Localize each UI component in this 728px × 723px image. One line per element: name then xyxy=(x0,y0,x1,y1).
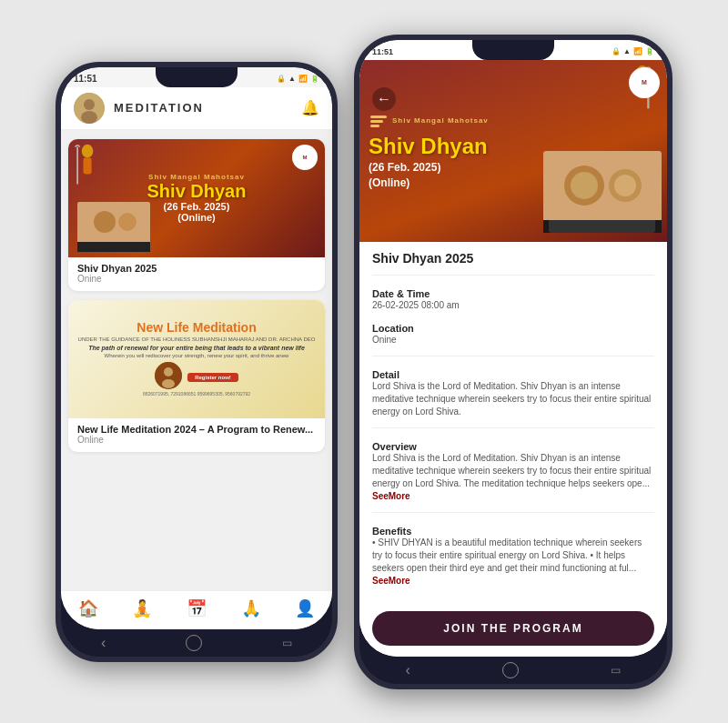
section-date-time: Date & Time 26-02-2025 08:00 am xyxy=(372,285,654,312)
svg-rect-4 xyxy=(84,157,92,174)
section-detail: Detail Lord Shiva is the Lord of Meditat… xyxy=(372,366,654,418)
svg-point-20 xyxy=(571,172,598,199)
right-home-btn[interactable] xyxy=(502,662,519,678)
right-laptop-screen xyxy=(543,151,662,221)
right-content: Shiv Dhyan 2025 Date & Time 26-02-2025 0… xyxy=(359,242,667,604)
nlm-event-name: New Life Meditation 2024 – A Program to … xyxy=(77,424,316,435)
join-program-button[interactable]: JOIN THE PROGRAM xyxy=(372,611,654,646)
avatar xyxy=(74,93,105,124)
left-status-icons: 🔒 ▲ 📶 🔋 xyxy=(277,75,319,83)
banner-subtitle: Shiv Mangal Mahotsav xyxy=(76,173,318,181)
app-title: MEDITATION xyxy=(114,101,301,115)
section-location: Location Onine xyxy=(372,319,654,346)
benefits-see-more[interactable]: SeeMore xyxy=(372,576,410,586)
date-time-label: Date & Time xyxy=(372,288,654,299)
divider-2 xyxy=(372,356,654,356)
right-banner-title: Shiv Dhyan xyxy=(369,135,520,158)
left-recent-btn[interactable]: ▭ xyxy=(282,637,292,649)
event-location: Onine xyxy=(77,274,316,284)
left-home-btn[interactable] xyxy=(186,635,202,651)
banner-logo: M xyxy=(292,145,318,170)
nav-meditation[interactable]: 🧘 xyxy=(132,598,152,618)
overview-label: Overview xyxy=(372,441,654,452)
right-banner-subtitle: Shiv Mangal Mahotsav xyxy=(392,116,489,125)
svg-point-22 xyxy=(614,175,636,196)
svg-point-2 xyxy=(81,111,97,124)
nlm-title: New Life Meditation xyxy=(136,321,256,335)
right-banner-mode: (Online) xyxy=(369,176,520,189)
detail-label: Detail xyxy=(372,369,654,380)
overview-text: Lord Shiva is the Lord of Meditation. Sh… xyxy=(372,452,654,503)
left-phone: 11:51 🔒 ▲ 📶 🔋 MEDITATION 🔔 xyxy=(56,62,338,662)
divider-1 xyxy=(372,275,654,276)
banner-text-content: Shiv Mangal Mahotsav Shiv Dhyan (26 Feb.… xyxy=(68,173,325,223)
divider-3 xyxy=(372,427,654,428)
join-btn-container: JOIN THE PROGRAM xyxy=(359,604,667,657)
nlm-event-location: Online xyxy=(77,435,316,445)
nav-home[interactable]: 🏠 xyxy=(78,598,98,618)
benefits-text: • SHIV DHYAN is a beautiful meditation t… xyxy=(372,537,654,587)
event-info-nlm: New Life Meditation 2024 – A Program to … xyxy=(68,418,325,452)
right-banner: ← Shiv Mangal Mahotsav Shiv Dhyan (26 Fe… xyxy=(359,60,667,242)
overview-see-more[interactable]: SeeMore xyxy=(372,491,410,501)
svg-rect-14 xyxy=(370,125,379,127)
nlm-sub: UNDER THE GUIDANCE OF THE HOLINESS SUBHA… xyxy=(78,336,316,342)
date-time-text: 26-02-2025 08:00 am xyxy=(372,299,654,312)
banner-title-main: Shiv Dhyan xyxy=(76,181,318,201)
laptop-base xyxy=(549,220,655,233)
bell-icon[interactable]: 🔔 xyxy=(301,99,319,116)
section-overview: Overview Lord Shiva is the Lord of Medit… xyxy=(372,437,654,503)
detail-text: Lord Shiva is the Lord of Meditation. Sh… xyxy=(372,380,654,418)
benefits-label: Benefits xyxy=(372,526,654,537)
svg-point-3 xyxy=(82,144,94,157)
left-phone-bottom-bar: ‹ ▭ xyxy=(61,629,332,657)
nlm-banner: New Life Meditation UNDER THE GUIDANCE O… xyxy=(68,300,325,418)
event-name: Shiv Dhyan 2025 xyxy=(77,263,316,274)
svg-point-10 xyxy=(164,367,173,377)
right-banner-logo: M xyxy=(629,67,660,98)
right-banner-image: M xyxy=(529,60,667,242)
event-info-shiv-dhyan: Shiv Dhyan 2025 Onine xyxy=(68,257,325,291)
nav-calendar[interactable]: 📅 xyxy=(187,598,207,618)
svg-rect-12 xyxy=(370,115,387,118)
back-arrow-icon[interactable]: ← xyxy=(372,87,396,111)
right-back-btn[interactable]: ‹ xyxy=(406,662,410,678)
banner-date: (26 Feb. 2025) xyxy=(76,201,318,212)
event-card-nlm[interactable]: New Life Meditation UNDER THE GUIDANCE O… xyxy=(68,300,325,452)
section-benefits: Benefits • SHIV DHYAN is a beautiful med… xyxy=(372,522,654,587)
right-notch xyxy=(472,40,554,60)
svg-point-1 xyxy=(84,99,95,110)
right-laptop xyxy=(543,151,662,233)
left-time: 11:51 xyxy=(74,74,97,84)
nav-profile[interactable]: 👤 xyxy=(295,598,315,618)
location-text: Onine xyxy=(372,334,654,346)
location-label: Location xyxy=(372,323,654,334)
app-header: MEDITATION 🔔 xyxy=(61,87,332,130)
divider-4 xyxy=(372,512,654,513)
shiv-dhyan-banner: Shiv Mangal Mahotsav Shiv Dhyan (26 Feb.… xyxy=(68,139,325,257)
left-notch xyxy=(156,67,238,87)
banner-mode: (Online) xyxy=(76,212,318,223)
right-phone: 11:51 🔒 ▲ 📶 🔋 ← Shiv Mangal Mahots xyxy=(354,35,672,689)
event-card-shiv-dhyan[interactable]: Shiv Mangal Mahotsav Shiv Dhyan (26 Feb.… xyxy=(68,139,325,291)
nlm-banner-content: New Life Meditation UNDER THE GUIDANCE O… xyxy=(68,300,325,418)
svg-rect-13 xyxy=(370,120,383,123)
svg-point-11 xyxy=(162,379,175,388)
nlm-register-btn[interactable]: Register now! xyxy=(187,373,238,382)
right-banner-date: (26 Feb. 2025) xyxy=(369,161,520,174)
left-back-btn[interactable]: ‹ xyxy=(101,635,106,651)
nlm-path: The path of renewal for your entire bein… xyxy=(88,345,305,351)
scroll-content: Shiv Mangal Mahotsav Shiv Dhyan (26 Feb.… xyxy=(61,130,332,590)
bottom-nav: 🏠 🧘 📅 🙏 👤 xyxy=(61,590,332,629)
banner-lines-icon xyxy=(369,112,389,132)
right-phone-bottom-bar: ‹ ▭ xyxy=(359,657,667,684)
content-title: Shiv Dhyan 2025 xyxy=(372,251,654,266)
right-time: 11:51 xyxy=(372,47,393,56)
nlm-wherein: Wherein you will rediscover your strengt… xyxy=(105,353,289,358)
left-screen: 11:51 🔒 ▲ 📶 🔋 MEDITATION 🔔 xyxy=(61,67,332,629)
right-recent-btn[interactable]: ▭ xyxy=(611,664,621,677)
right-status-icons: 🔒 ▲ 📶 🔋 xyxy=(612,47,654,55)
nav-prayer[interactable]: 🙏 xyxy=(241,598,261,618)
right-screen: 11:51 🔒 ▲ 📶 🔋 ← Shiv Mangal Mahots xyxy=(359,40,667,657)
